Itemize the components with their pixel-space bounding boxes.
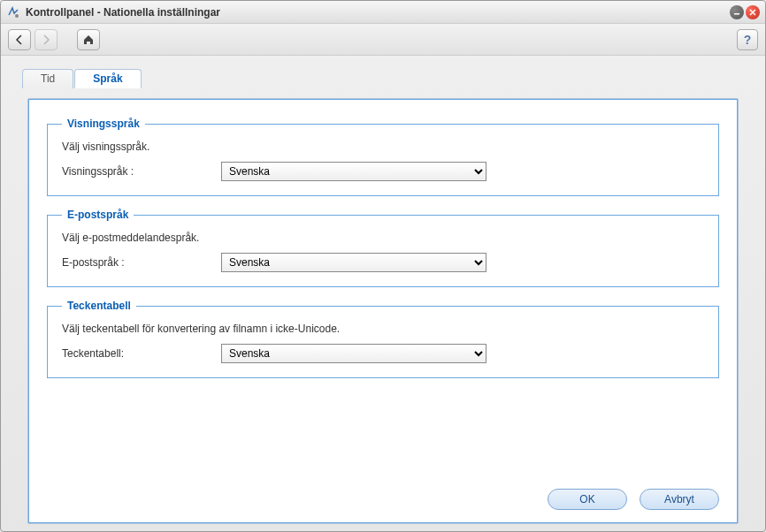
help-icon: ? bbox=[744, 33, 752, 47]
row-display-language: Visningsspråk : Svenska bbox=[62, 162, 704, 181]
titlebar: Kontrollpanel - Nationella inställningar bbox=[1, 1, 765, 24]
home-button[interactable] bbox=[77, 29, 100, 50]
app-icon bbox=[6, 5, 20, 19]
select-email-language[interactable]: Svenska bbox=[221, 253, 486, 272]
fieldset-email-language: E-postspråk Välj e-postmeddelandespråk. … bbox=[47, 209, 719, 287]
close-button[interactable] bbox=[746, 5, 760, 19]
label-codepage: Teckentabell: bbox=[62, 347, 221, 360]
cancel-button[interactable]: Avbryt bbox=[640, 489, 719, 510]
desc-codepage: Välj teckentabell för konvertering av fi… bbox=[62, 323, 704, 335]
legend-display-language: Visningsspråk bbox=[62, 118, 145, 130]
select-codepage[interactable]: Svenska bbox=[221, 344, 486, 363]
back-button[interactable] bbox=[8, 29, 31, 50]
panel: Visningsspråk Välj visningsspråk. Visnin… bbox=[27, 98, 739, 524]
ok-button[interactable]: OK bbox=[548, 489, 627, 510]
desc-display-language: Välj visningsspråk. bbox=[62, 141, 704, 153]
tab-label: Språk bbox=[93, 72, 122, 85]
panel-inner: Visningsspråk Välj visningsspråk. Visnin… bbox=[28, 99, 738, 523]
window-frame: Kontrollpanel - Nationella inställningar… bbox=[0, 0, 766, 532]
fieldset-codepage: Teckentabell Välj teckentabell för konve… bbox=[47, 300, 719, 378]
svg-point-0 bbox=[15, 14, 19, 18]
titlebar-controls bbox=[730, 5, 760, 19]
legend-email-language: E-postspråk bbox=[62, 209, 134, 221]
minimize-button[interactable] bbox=[730, 5, 744, 19]
legend-codepage: Teckentabell bbox=[62, 300, 136, 312]
label-display-language: Visningsspråk : bbox=[62, 165, 221, 178]
label-email-language: E-postspråk : bbox=[62, 256, 221, 269]
button-row: OK Avbryt bbox=[47, 476, 719, 510]
tab-sprak[interactable]: Språk bbox=[74, 69, 141, 88]
tab-strip: Tid Språk bbox=[22, 68, 142, 87]
tab-tid[interactable]: Tid bbox=[22, 69, 73, 88]
home-icon bbox=[82, 34, 95, 46]
row-email-language: E-postspråk : Svenska bbox=[62, 253, 704, 272]
row-codepage: Teckentabell: Svenska bbox=[62, 344, 704, 363]
select-display-language[interactable]: Svenska bbox=[221, 162, 486, 181]
desc-email-language: Välj e-postmeddelandespråk. bbox=[62, 232, 704, 244]
content-area: Tid Språk Visningsspråk Välj visningsspr… bbox=[1, 56, 765, 531]
arrow-left-icon bbox=[14, 34, 25, 45]
help-button[interactable]: ? bbox=[737, 29, 758, 50]
svg-rect-1 bbox=[734, 13, 739, 15]
arrow-right-icon bbox=[41, 34, 51, 45]
fieldset-display-language: Visningsspråk Välj visningsspråk. Visnin… bbox=[47, 118, 719, 196]
window-title: Kontrollpanel - Nationella inställningar bbox=[26, 6, 730, 19]
toolbar: ? bbox=[1, 24, 765, 56]
forward-button[interactable] bbox=[34, 29, 57, 50]
tab-label: Tid bbox=[41, 72, 55, 85]
